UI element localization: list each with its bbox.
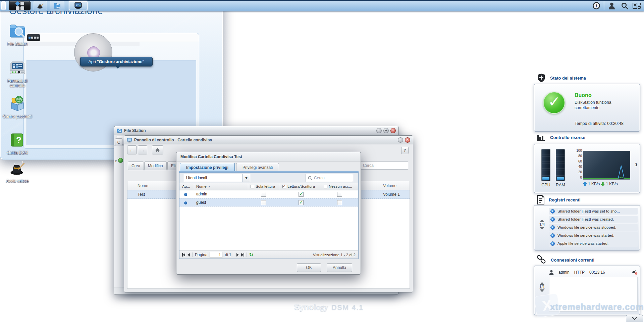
link-icon [537, 255, 547, 265]
user-type-dropdown[interactable]: Utenti locali ▼ [184, 174, 250, 182]
user-row-guest[interactable]: guest [179, 198, 358, 206]
close-button[interactable]: ✕ [405, 137, 410, 143]
header-checkbox-no-access[interactable] [324, 185, 327, 188]
header-checkbox-read-only[interactable] [251, 185, 254, 188]
desktop-icon-quick-start[interactable]: ✦✦ Avvio veloce [0, 159, 35, 183]
column-name[interactable]: Nome▲ [196, 184, 211, 188]
forward-button[interactable]: → [138, 145, 147, 154]
file-station-tree: ▾ [114, 146, 124, 287]
dsm-brand: SynologyDSM 4.1 [294, 302, 364, 312]
help-book-icon: ? [9, 131, 26, 148]
svg-text:✦: ✦ [13, 163, 15, 165]
home-button[interactable] [152, 145, 163, 154]
maximize-button[interactable]: + [383, 128, 389, 133]
pilot-view-button[interactable] [633, 2, 641, 9]
package-box-icon [9, 95, 26, 112]
checkbox-read-write[interactable] [299, 192, 304, 197]
file-station-titlebar[interactable]: File Station [114, 126, 398, 135]
cpu-gauge [541, 149, 550, 181]
scroll-up-icon[interactable] [540, 277, 544, 285]
user-search-input[interactable]: Cerca [306, 174, 353, 182]
checkbox-no-access[interactable] [337, 200, 342, 205]
info-button[interactable]: i [592, 2, 600, 9]
close-button[interactable]: ✕ [390, 128, 396, 133]
search-button[interactable] [621, 2, 629, 9]
taskbar-file-station-button[interactable] [50, 1, 64, 10]
cancel-button[interactable]: Annulla [327, 263, 352, 272]
expand-chevron-icon[interactable]: › [635, 159, 638, 169]
tab-privilege-setup[interactable]: Impostazione privilegi [180, 163, 235, 172]
svg-text:?: ? [16, 135, 21, 145]
previous-page-button[interactable] [187, 253, 190, 257]
column-no-access[interactable]: Nessun acc... [324, 184, 352, 188]
connection-row[interactable]: admin HTTP 00:13:16 [549, 269, 638, 276]
log-entry[interactable]: Windows file service was started. [549, 232, 638, 239]
minimize-button[interactable] [376, 128, 382, 133]
pagination-status: Visualizzazione 1 - 2 di 2 [313, 253, 356, 257]
checkbox-read-only[interactable] [261, 200, 266, 205]
folder-search-icon [117, 128, 122, 133]
create-button[interactable]: Crea [128, 162, 144, 170]
checkbox-no-access[interactable] [337, 192, 342, 197]
log-entry[interactable]: Apple file service was started. [549, 240, 638, 247]
scroll-up-icon[interactable] [540, 215, 544, 222]
open-storage-manager-tooltip: Apri "Gestore archiviazione" [80, 57, 153, 66]
next-page-button[interactable] [236, 253, 239, 257]
user-menu-button[interactable] [608, 2, 616, 9]
tab-advanced-privileges[interactable]: Privilegi avanzati [236, 163, 279, 172]
first-page-button[interactable] [182, 253, 185, 257]
disconnect-icon[interactable] [632, 270, 638, 275]
desktop-icon-file-station[interactable]: File Station [0, 22, 35, 46]
cell-name: Test [138, 192, 145, 197]
taskbar-quick-start-button[interactable]: ✦ [34, 1, 47, 10]
desktop-icon-dsm-help[interactable]: ? Guida DSM [0, 131, 35, 155]
column-read-write[interactable]: Lettura/Scrittura [282, 184, 315, 188]
show-desktop-button[interactable] [1, 1, 6, 10]
column-name[interactable]: Nome [138, 183, 148, 188]
last-page-button[interactable] [241, 253, 244, 257]
back-button[interactable]: ← [127, 145, 137, 154]
status-text: Buono [575, 92, 592, 98]
privilege-panel: Utenti locali ▼ Cerca Ag... Nome▲ Sola l… [179, 173, 359, 259]
ok-button[interactable]: OK [297, 263, 321, 272]
search-placeholder: Cerca [363, 163, 374, 168]
chevron-down-icon[interactable]: ▼ [243, 174, 250, 182]
status-description: DiskStation funziona correttamente. [575, 100, 632, 110]
logs-pager: 1/4 [537, 215, 547, 234]
header-checkbox-read-write[interactable] [282, 185, 286, 188]
desktop-icon-control-panel[interactable]: Pannello di controllo [0, 59, 35, 88]
page-number-input[interactable] [210, 252, 222, 258]
scroll-down-icon[interactable] [540, 227, 544, 234]
bar-chart-icon [537, 134, 546, 141]
control-panel-titlebar[interactable]: Pannello di controllo - Cartella condivi… [124, 136, 413, 144]
log-entry[interactable]: Shared folder [Test] was created. [549, 216, 638, 223]
ram-gauge [556, 149, 565, 181]
magic-hat-icon: ✦✦ [9, 159, 26, 177]
system-status-header: Stato del sistema [537, 73, 586, 83]
taskbar-storage-manager-button[interactable] [69, 1, 88, 10]
download-arrow-icon [601, 182, 605, 186]
tree-expander-icon[interactable]: ▾ [115, 159, 117, 163]
refresh-icon[interactable]: ↻ [249, 252, 254, 258]
status-ok-icon [543, 92, 565, 114]
log-entry[interactable]: Windows file service was stopped. [549, 224, 638, 231]
dialog-title: Modifica Cartella Condivisa Test [176, 152, 361, 162]
desktop-icon-package-center[interactable]: Centro pacchetti [0, 95, 35, 119]
column-volume[interactable]: Volume [383, 183, 396, 188]
scroll-down-icon[interactable] [540, 289, 544, 297]
widget-panel-collapse-tab[interactable] [626, 315, 643, 322]
logs-page-indicator: 1/4 [537, 222, 547, 227]
checkbox-read-only[interactable] [261, 192, 266, 197]
checkbox-read-write[interactable] [299, 200, 304, 205]
edit-button[interactable]: Modifica [144, 162, 167, 170]
main-menu-button[interactable] [9, 1, 31, 10]
help-button[interactable]: ? [401, 147, 409, 154]
minimize-button[interactable] [398, 137, 403, 143]
search-input[interactable]: Cerca [355, 162, 408, 170]
upload-button-partial[interactable]: C [115, 138, 122, 146]
column-read-only[interactable]: Sola lettura [251, 184, 275, 188]
user-row-admin[interactable]: admin [179, 190, 358, 198]
log-entry[interactable]: Shared folder [Test] was set to sho... [549, 208, 638, 215]
column-add[interactable]: Ag... [182, 184, 190, 188]
share-root-icon[interactable] [118, 158, 123, 163]
